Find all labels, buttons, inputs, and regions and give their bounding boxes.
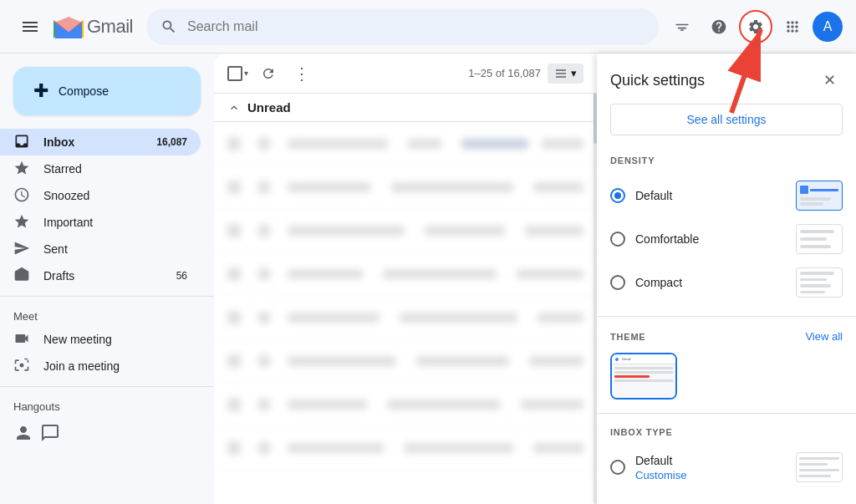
settings-button[interactable]	[739, 10, 772, 43]
important-icon	[13, 213, 30, 232]
drafts-label: Drafts	[43, 269, 163, 283]
unread-label: Unread	[247, 100, 291, 115]
density-comfortable-radio[interactable]	[610, 232, 625, 247]
email-row[interactable]	[214, 122, 597, 165]
density-default-row: Default	[610, 176, 843, 216]
scroll-track	[594, 94, 597, 504]
density-default-preview	[796, 181, 843, 211]
quick-settings-close[interactable]: ✕	[816, 67, 843, 94]
sidebar-item-sent[interactable]: Sent	[0, 236, 201, 262]
hamburger-menu[interactable]	[13, 10, 47, 43]
view-dropdown-arrow: ▾	[571, 67, 577, 79]
inbox-default-radio[interactable]	[610, 460, 625, 475]
sidebar-item-drafts[interactable]: Drafts 56	[0, 262, 201, 289]
video-icon	[13, 330, 30, 349]
density-comfortable-label: Comfortable	[635, 232, 699, 246]
gmail-text: Gmail	[87, 16, 133, 38]
quick-settings-title: Quick settings	[610, 72, 705, 89]
density-compact-row: Compact	[610, 262, 843, 303]
inbox-preview	[796, 452, 843, 482]
compose-button[interactable]: ✚ Compose	[13, 67, 201, 115]
snoozed-label: Snoozed	[43, 189, 187, 202]
person-icon	[13, 423, 33, 443]
see-all-settings-button[interactable]: See all settings	[610, 104, 843, 135]
theme-default-preview[interactable]: Gmail	[610, 353, 677, 400]
join-meeting-label: Join a meeting	[43, 359, 187, 373]
qs-divider-2	[597, 413, 856, 414]
sidebar-divider	[0, 296, 214, 297]
refresh-button[interactable]	[255, 60, 282, 87]
search-box[interactable]	[146, 8, 659, 45]
sidebar-item-join-meeting[interactable]: Join a meeting	[0, 353, 201, 379]
inbox-label: Inbox	[43, 135, 143, 149]
apps-icon	[784, 18, 801, 35]
help-button[interactable]	[702, 10, 736, 43]
theme-options: Gmail	[597, 346, 856, 406]
inbox-type-section: Default Customise	[597, 440, 856, 494]
select-all-checkbox[interactable]	[227, 66, 242, 81]
refresh-icon	[261, 66, 276, 81]
starred-label: Starred	[43, 162, 187, 176]
scroll-thumb[interactable]	[594, 94, 597, 144]
new-meeting-label: New meeting	[43, 333, 187, 346]
email-row[interactable]	[214, 209, 597, 252]
email-toolbar: ▾ ⋮ 1–25 of 16,087 ▾	[214, 53, 597, 94]
email-row[interactable]	[214, 426, 597, 470]
density-compact-preview	[796, 267, 843, 298]
inbox-default-option: Default	[635, 454, 686, 467]
view-button[interactable]: ▾	[548, 64, 583, 84]
snoozed-icon	[13, 186, 30, 206]
theme-label: THEME	[610, 332, 646, 342]
density-compact-radio[interactable]	[610, 275, 625, 290]
sidebar-item-starred[interactable]: Starred	[0, 155, 201, 182]
select-all-area[interactable]: ▾	[227, 66, 248, 81]
sidebar: ✚ Compose Inbox 16,087 Starred Snoozed	[0, 53, 214, 504]
unread-section-header: Unread	[214, 94, 597, 122]
sent-label: Sent	[43, 242, 187, 256]
topbar: Gmail A	[0, 0, 856, 53]
search-icon	[160, 18, 177, 35]
theme-dot	[615, 358, 619, 361]
email-row[interactable]	[214, 296, 597, 339]
sidebar-item-inbox[interactable]: Inbox 16,087	[0, 129, 201, 155]
quick-settings-header: Quick settings ✕	[597, 53, 856, 100]
avatar[interactable]: A	[813, 12, 843, 42]
hangouts-section-header: Hangouts	[0, 394, 214, 416]
select-dropdown-arrow[interactable]: ▾	[244, 69, 248, 78]
search-input[interactable]	[187, 19, 645, 34]
inbox-badge: 16,087	[156, 136, 187, 148]
join-meeting-icon	[13, 357, 30, 376]
chat-icon	[40, 423, 60, 443]
drafts-badge: 56	[176, 270, 187, 282]
collapse-icon[interactable]	[227, 101, 241, 115]
email-row[interactable]	[214, 252, 597, 296]
qs-divider-1	[597, 316, 856, 317]
pagination-text: 1–25 of 16,087	[468, 67, 541, 79]
inbox-default-row: Default Customise	[610, 447, 843, 487]
sidebar-item-important[interactable]: Important	[0, 209, 201, 236]
sidebar-item-snoozed[interactable]: Snoozed	[0, 182, 201, 209]
sidebar-item-new-meeting[interactable]: New meeting	[0, 326, 201, 353]
hamburger-icon	[23, 26, 38, 28]
filters-button[interactable]	[665, 10, 699, 43]
view-all-themes-button[interactable]: View all	[805, 330, 843, 343]
settings-icon	[747, 18, 764, 35]
quick-settings-panel: Quick settings ✕ See all settings DENSIT…	[597, 53, 856, 504]
email-row[interactable]	[214, 339, 597, 383]
density-section-label: DENSITY	[597, 149, 856, 169]
sent-icon	[13, 240, 30, 259]
inbox-customise-link[interactable]: Customise	[635, 469, 686, 481]
email-row[interactable]	[214, 383, 597, 426]
more-options-button[interactable]: ⋮	[288, 60, 315, 87]
gmail-m-icon	[54, 15, 84, 38]
filter-icon	[674, 18, 690, 35]
meet-section-header: Meet	[0, 303, 214, 326]
density-options: Default Comfortable	[597, 169, 856, 309]
email-row[interactable]	[214, 165, 597, 209]
density-comfortable-row: Comfortable	[610, 219, 843, 259]
help-icon	[711, 18, 727, 35]
topbar-right-actions: A	[665, 10, 843, 43]
apps-button[interactable]	[776, 10, 809, 43]
density-default-radio[interactable]	[610, 188, 625, 203]
radio-dot	[614, 192, 621, 199]
